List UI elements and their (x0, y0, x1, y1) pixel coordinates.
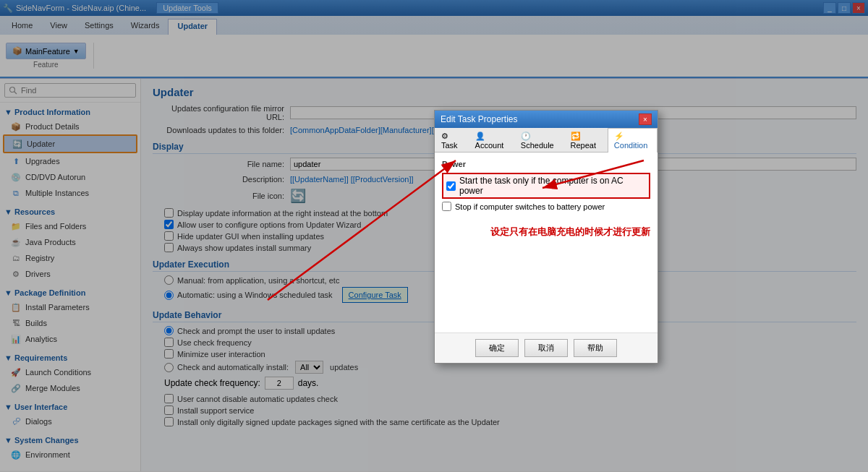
modal-spacer (442, 239, 650, 325)
ac-power-label: Start the task only if the computer is o… (459, 176, 646, 196)
modal-close-button[interactable]: × (639, 113, 652, 125)
cancel-button[interactable]: 取消 (524, 339, 568, 357)
battery-power-label: Stop if computer switches to battery pow… (455, 202, 605, 211)
battery-power-checkbox-row: Stop if computer switches to battery pow… (442, 202, 650, 211)
repeat-tab-icon: 🔁 (571, 132, 581, 140)
modal-tab-task[interactable]: ⚙ Task (435, 128, 469, 153)
battery-power-checkbox[interactable] (442, 202, 451, 211)
modal-section-title: Power (442, 160, 650, 168)
modal-tabs: ⚙ Task 👤 Account 🕐 Schedule 🔁 Repeat ⚡ C… (435, 128, 658, 153)
ok-button[interactable]: 确定 (475, 339, 519, 357)
modal-tab-repeat[interactable]: 🔁 Repeat (564, 128, 608, 153)
annotation-text: 设定只有在电脑充电的时候才进行更新 (490, 226, 650, 237)
modal-tab-condition[interactable]: ⚡ Condition (608, 128, 658, 153)
modal-tab-schedule[interactable]: 🕐 Schedule (514, 128, 564, 153)
modal-tab-account[interactable]: 👤 Account (469, 128, 514, 153)
task-tab-icon: ⚙ (441, 132, 448, 140)
ac-power-checkbox-row: Start the task only if the computer is o… (442, 173, 650, 199)
ac-power-checkbox[interactable] (446, 181, 456, 191)
modal-titlebar: Edit Task Properties × (435, 111, 658, 128)
annotation-container: 设定只有在电脑充电的时候才进行更新 (442, 226, 650, 239)
modal-edit-task: Edit Task Properties × ⚙ Task 👤 Account … (434, 110, 658, 364)
modal-title: Edit Task Properties (441, 114, 518, 124)
modal-footer: 确定 取消 帮助 (435, 332, 658, 363)
help-button[interactable]: 帮助 (574, 339, 617, 357)
modal-overlay: Edit Task Properties × ⚙ Task 👤 Account … (0, 0, 868, 472)
account-tab-icon: 👤 (475, 132, 485, 140)
schedule-tab-icon: 🕐 (521, 132, 531, 140)
condition-tab-icon: ⚡ (614, 132, 624, 140)
modal-content: Power Start the task only if the compute… (435, 153, 658, 332)
svg-line-1 (268, 160, 456, 300)
